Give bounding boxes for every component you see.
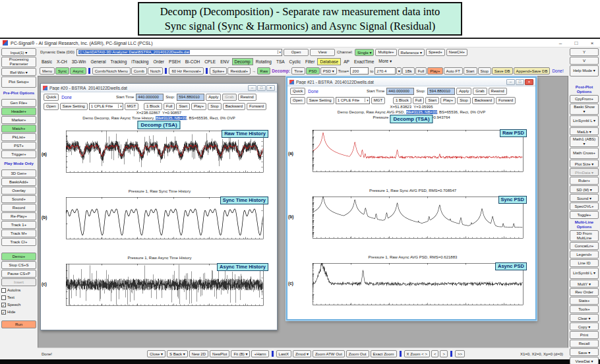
data-file-combo[interactable]: C:\Jan\DATA\0-3D Analyzer Data\BSTRA_201…: [76, 49, 282, 56]
linsymbl-l-button[interactable]: LinSymbl L ▾: [570, 115, 599, 127]
zoom-atw-out-button[interactable]: Zoom ATW Out: [313, 350, 345, 357]
grab-button[interactable]: Grab: [222, 94, 236, 101]
zoom-prev-button[interactable]: <: [431, 350, 439, 357]
ap-tab[interactable]: AP: [342, 59, 351, 65]
open-button[interactable]: Open: [44, 103, 59, 110]
psd-dropdown-button[interactable]: PSD ▾: [320, 67, 337, 75]
append-save-db-button[interactable]: Append+Save DB: [514, 67, 551, 75]
specovl-button[interactable]: SpecOVL+: [570, 202, 599, 210]
cyclic-tab[interactable]: Cyclic: [287, 59, 303, 65]
tools-button[interactable]: Tools+: [570, 305, 599, 313]
done-link[interactable]: Done!: [551, 69, 564, 73]
decomp-psd-button[interactable]: PSD: [306, 67, 319, 75]
start-button[interactable]: Start: [425, 97, 439, 104]
demo-button[interactable]: Demo+: [1, 253, 36, 260]
track-m-button[interactable]: Track M+: [1, 229, 36, 237]
window-maximize-button[interactable]: □: [516, 79, 524, 85]
close-button[interactable]: Close ▾: [147, 350, 165, 357]
save-button[interactable]: Save ▾: [570, 348, 599, 356]
record-button[interactable]: Record: [1, 204, 36, 212]
3d-win-tab[interactable]: 3D-Win: [70, 59, 88, 65]
x-ch-tab[interactable]: X-CH: [55, 59, 69, 65]
apply-button[interactable]: Apply: [206, 94, 221, 101]
1-block-button[interactable]: 1 Block: [393, 97, 411, 104]
decomp-tab[interactable]: Decomp: [232, 58, 253, 65]
hide-checkbox[interactable]: ✓Hide: [1, 309, 36, 315]
itracking-tab[interactable]: iTracking: [129, 59, 150, 65]
maximize-button[interactable]: □: [571, 40, 582, 46]
baskt-show-button[interactable]: Baskt Show ▾: [570, 104, 599, 115]
minimize-button[interactable]: –: [555, 40, 566, 46]
menu-button[interactable]: Menu: [40, 67, 55, 75]
60-hz-removal-button[interactable]: 60 Hz Removal+: [169, 67, 204, 75]
v-button[interactable]: V: [570, 57, 599, 65]
play-button[interactable]: Play+: [191, 103, 206, 110]
match-button[interactable]: Match+: [1, 125, 36, 133]
done-link[interactable]: Done: [307, 89, 320, 94]
filter-combo[interactable]: 1 CPLE Filte▾: [89, 103, 123, 110]
window-close-button[interactable]: ×: [525, 79, 533, 85]
channel-reference-button[interactable]: Reference ▾: [398, 49, 425, 56]
rewind-button[interactable]: Rewind: [489, 88, 507, 95]
quick-button[interactable]: Quick: [290, 88, 305, 95]
close-button[interactable]: ×: [587, 40, 597, 46]
dropdown-arrow-icon[interactable]: ▾: [118, 104, 122, 108]
bi-coh-tab[interactable]: Bi-COH: [183, 59, 202, 65]
dropdown-arrow-icon[interactable]: ▾: [278, 50, 282, 54]
newplot-button[interactable]: NewPlot: [210, 350, 229, 357]
multy-button[interactable]: MultY ▾: [570, 280, 599, 288]
view-button[interactable]: View: [310, 49, 335, 56]
done-link[interactable]: Done: [60, 95, 73, 100]
lastx-button[interactable]: LastX: [276, 350, 291, 357]
gen-file-button[interactable]: Gen File+: [1, 99, 36, 107]
fit-b-button[interactable]: Fit (B) ▾: [231, 350, 250, 357]
tracking-tab[interactable]: Tracking: [109, 59, 129, 65]
y-button[interactable]: Y: [570, 48, 599, 56]
concatln-button[interactable]: ConcatLn+: [570, 242, 599, 250]
math1-abs-button[interactable]: Math1 (ABS) ▾: [570, 136, 599, 147]
plot-setup-button[interactable]: Plot Setup+: [1, 76, 36, 88]
window-close-button[interactable]: ×: [266, 85, 275, 91]
mgt-button[interactable]: MGT: [125, 103, 138, 110]
zmod-button[interactable]: Zmod ▾: [293, 350, 311, 357]
zoom-next-button[interactable]: >: [440, 350, 448, 357]
channel-multiple-button[interactable]: Multiple+: [375, 49, 396, 56]
notch-button[interactable]: Notch: [148, 67, 164, 75]
backward-button[interactable]: Backward: [472, 97, 495, 104]
more-tab[interactable]: More ▾: [376, 58, 394, 65]
full-button[interactable]: Full: [164, 103, 175, 110]
pst-button[interactable]: PST+: [1, 142, 36, 150]
filter-combo[interactable]: 1 CPLE Filte▾: [336, 97, 370, 104]
window-maximize-button[interactable]: □: [257, 85, 266, 91]
autoins-checkbox-box[interactable]: [1, 288, 6, 293]
copy-button[interactable]: Copy ▾: [570, 322, 599, 330]
plot-size-button[interactable]: Plot Size ▾: [570, 160, 599, 167]
basic-tab[interactable]: Basic: [40, 59, 54, 65]
pseh-tab[interactable]: PSEH: [167, 59, 183, 65]
forward-button[interactable]: Forward: [247, 103, 266, 110]
header-button[interactable]: Header+: [1, 107, 36, 115]
grab-button[interactable]: Grab: [473, 88, 487, 95]
rewind-button[interactable]: Rewind: [238, 94, 256, 101]
open-button[interactable]: Open: [290, 97, 305, 104]
filter-tab[interactable]: Filter: [303, 59, 316, 65]
sync-button[interactable]: Sync: [55, 67, 69, 75]
pause-cs-p-button[interactable]: Pause CS+P: [1, 270, 36, 278]
stop-button[interactable]: Stop: [208, 103, 221, 110]
open-button[interactable]: Open: [284, 49, 309, 56]
one-block-button[interactable]: 1Bk: [402, 67, 414, 75]
plot-canvas[interactable]: [296, 127, 529, 184]
math-cross-button[interactable]: Math Cross+: [570, 148, 599, 159]
1-block-button[interactable]: 1 Block: [144, 103, 162, 110]
marker-button[interactable]: Marker+: [1, 116, 36, 124]
ruler-button[interactable]: Ruler+: [570, 177, 599, 185]
window-minimize-button[interactable]: –: [506, 79, 515, 85]
viewdat-button[interactable]: ViewDat ▾: [570, 357, 599, 364]
time-start-input[interactable]: 200: [350, 67, 369, 75]
sd-m-button[interactable]: SD (M) ▾: [570, 185, 599, 193]
stop-button[interactable]: Stop: [478, 67, 491, 75]
residual-button[interactable]: Residual+: [227, 67, 251, 75]
rotating-tab[interactable]: Rotating: [254, 59, 274, 65]
save-db-button[interactable]: Save DB: [492, 67, 513, 75]
mgt-button[interactable]: MGT: [371, 97, 385, 104]
